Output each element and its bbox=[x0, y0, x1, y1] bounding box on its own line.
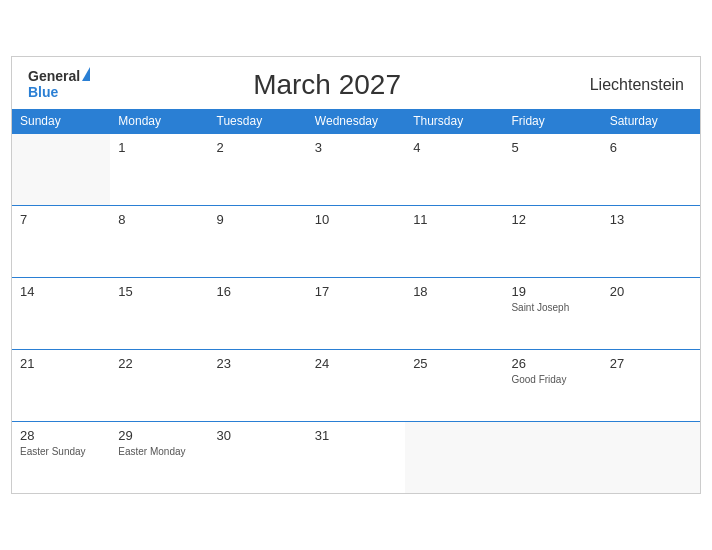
day-number: 5 bbox=[511, 140, 593, 155]
calendar-cell: 15 bbox=[110, 277, 208, 349]
calendar-cell: 1 bbox=[110, 133, 208, 205]
day-number: 28 bbox=[20, 428, 102, 443]
calendar-grid: SundayMondayTuesdayWednesdayThursdayFrid… bbox=[12, 109, 700, 494]
weekday-header-row: SundayMondayTuesdayWednesdayThursdayFrid… bbox=[12, 109, 700, 134]
calendar-title: March 2027 bbox=[90, 69, 564, 101]
calendar-cell: 28Easter Sunday bbox=[12, 421, 110, 493]
week-row-3: 141516171819Saint Joseph20 bbox=[12, 277, 700, 349]
calendar-container: General Blue March 2027 Liechtenstein Su… bbox=[11, 56, 701, 495]
calendar-cell: 4 bbox=[405, 133, 503, 205]
calendar-cell: 10 bbox=[307, 205, 405, 277]
calendar-cell: 5 bbox=[503, 133, 601, 205]
calendar-cell: 19Saint Joseph bbox=[503, 277, 601, 349]
weekday-header-monday: Monday bbox=[110, 109, 208, 134]
weekday-header-saturday: Saturday bbox=[602, 109, 700, 134]
calendar-cell: 9 bbox=[209, 205, 307, 277]
calendar-cell: 11 bbox=[405, 205, 503, 277]
calendar-cell bbox=[602, 421, 700, 493]
day-number: 16 bbox=[217, 284, 299, 299]
calendar-cell: 6 bbox=[602, 133, 700, 205]
day-number: 14 bbox=[20, 284, 102, 299]
day-event: Saint Joseph bbox=[511, 302, 593, 313]
day-number: 29 bbox=[118, 428, 200, 443]
calendar-cell: 29Easter Monday bbox=[110, 421, 208, 493]
logo-blue-text: Blue bbox=[28, 85, 90, 100]
calendar-cell: 30 bbox=[209, 421, 307, 493]
weekday-header-thursday: Thursday bbox=[405, 109, 503, 134]
calendar-cell: 31 bbox=[307, 421, 405, 493]
day-number: 9 bbox=[217, 212, 299, 227]
logo: General Blue bbox=[28, 69, 90, 100]
day-number: 1 bbox=[118, 140, 200, 155]
calendar-cell: 2 bbox=[209, 133, 307, 205]
calendar-cell: 23 bbox=[209, 349, 307, 421]
day-number: 18 bbox=[413, 284, 495, 299]
day-event: Good Friday bbox=[511, 374, 593, 385]
day-number: 17 bbox=[315, 284, 397, 299]
day-number: 3 bbox=[315, 140, 397, 155]
calendar-cell: 22 bbox=[110, 349, 208, 421]
country-name: Liechtenstein bbox=[564, 76, 684, 94]
day-number: 11 bbox=[413, 212, 495, 227]
calendar-cell: 18 bbox=[405, 277, 503, 349]
day-number: 13 bbox=[610, 212, 692, 227]
calendar-cell: 25 bbox=[405, 349, 503, 421]
weekday-header-wednesday: Wednesday bbox=[307, 109, 405, 134]
day-number: 8 bbox=[118, 212, 200, 227]
day-number: 20 bbox=[610, 284, 692, 299]
day-number: 19 bbox=[511, 284, 593, 299]
day-number: 7 bbox=[20, 212, 102, 227]
calendar-cell: 17 bbox=[307, 277, 405, 349]
calendar-cell: 16 bbox=[209, 277, 307, 349]
day-number: 22 bbox=[118, 356, 200, 371]
day-number: 24 bbox=[315, 356, 397, 371]
week-row-4: 212223242526Good Friday27 bbox=[12, 349, 700, 421]
calendar-cell: 7 bbox=[12, 205, 110, 277]
calendar-header: General Blue March 2027 Liechtenstein bbox=[12, 57, 700, 109]
day-number: 30 bbox=[217, 428, 299, 443]
calendar-cell: 14 bbox=[12, 277, 110, 349]
calendar-cell: 3 bbox=[307, 133, 405, 205]
day-number: 26 bbox=[511, 356, 593, 371]
calendar-cell: 13 bbox=[602, 205, 700, 277]
calendar-cell: 27 bbox=[602, 349, 700, 421]
weekday-header-sunday: Sunday bbox=[12, 109, 110, 134]
calendar-cell bbox=[405, 421, 503, 493]
logo-general-text: General bbox=[28, 69, 80, 84]
day-number: 6 bbox=[610, 140, 692, 155]
day-number: 2 bbox=[217, 140, 299, 155]
day-number: 25 bbox=[413, 356, 495, 371]
calendar-cell: 26Good Friday bbox=[503, 349, 601, 421]
calendar-cell: 12 bbox=[503, 205, 601, 277]
weekday-header-tuesday: Tuesday bbox=[209, 109, 307, 134]
day-number: 10 bbox=[315, 212, 397, 227]
weekday-header-friday: Friday bbox=[503, 109, 601, 134]
week-row-2: 78910111213 bbox=[12, 205, 700, 277]
calendar-cell bbox=[12, 133, 110, 205]
week-row-1: 123456 bbox=[12, 133, 700, 205]
calendar-cell: 21 bbox=[12, 349, 110, 421]
day-number: 15 bbox=[118, 284, 200, 299]
day-number: 12 bbox=[511, 212, 593, 227]
day-event: Easter Sunday bbox=[20, 446, 102, 457]
calendar-cell: 20 bbox=[602, 277, 700, 349]
day-number: 21 bbox=[20, 356, 102, 371]
calendar-cell: 8 bbox=[110, 205, 208, 277]
week-row-5: 28Easter Sunday29Easter Monday3031 bbox=[12, 421, 700, 493]
day-number: 27 bbox=[610, 356, 692, 371]
day-number: 23 bbox=[217, 356, 299, 371]
day-number: 31 bbox=[315, 428, 397, 443]
day-number: 4 bbox=[413, 140, 495, 155]
day-event: Easter Monday bbox=[118, 446, 200, 457]
calendar-cell bbox=[503, 421, 601, 493]
calendar-cell: 24 bbox=[307, 349, 405, 421]
logo-triangle-icon bbox=[82, 67, 90, 81]
